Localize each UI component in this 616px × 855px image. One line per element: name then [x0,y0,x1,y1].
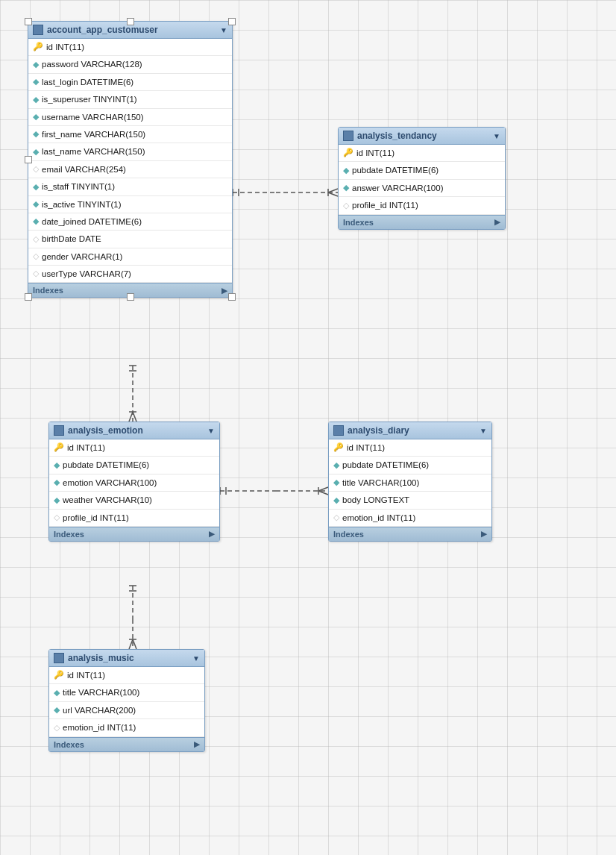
field-usertype: ◇ userType VARCHAR(7) [28,266,232,283]
emotion-dropdown[interactable]: ▼ [207,427,215,435]
diary-dropdown[interactable]: ▼ [480,427,487,435]
field-pubdate: ◆ pubdate DATETIME(6) [329,457,491,474]
handle-tl[interactable] [25,18,32,25]
tendancy-footer[interactable]: Indexes ▶ [339,215,505,229]
field-gender: ◇ gender VARCHAR(1) [28,248,232,266]
key-icon: 🔑 [54,668,64,682]
handle-tm[interactable] [127,18,134,25]
field-text: last_name VARCHAR(150) [42,145,145,158]
footer-arrow: ▶ [494,218,500,226]
footer-arrow: ▶ [209,530,215,538]
svg-line-16 [318,487,328,491]
handle-bm[interactable] [127,293,134,301]
table-icon [54,653,64,663]
footer-arrow: ▶ [221,286,227,295]
handle-br[interactable] [228,293,236,301]
handle-tr[interactable] [228,18,236,25]
field-id: 🔑 id INT(11) [28,39,232,56]
diamond-outline-icon: ◇ [333,511,339,524]
customuser-title: account_app_customuser [47,25,158,35]
diamond-icon: ◆ [54,494,60,507]
handle-bl[interactable] [25,293,32,301]
table-tendancy: analysis_tendancy ▼ 🔑 id INT(11) ◆ pubda… [338,127,506,230]
diamond-outline-icon: ◇ [343,199,349,213]
diary-title: analysis_diary [348,425,409,436]
emotion-footer[interactable]: Indexes ▶ [49,527,219,541]
field-password: ◆ password VARCHAR(128) [28,56,232,73]
diamond-icon: ◆ [343,181,349,195]
customuser-dropdown[interactable]: ▼ [220,26,227,34]
diamond-outline-icon: ◇ [33,163,39,176]
field-text: birthDate DATE [42,232,101,245]
field-first-name: ◆ first_name VARCHAR(150) [28,126,232,143]
field-pubdate: ◆ pubdate DATETIME(6) [49,457,219,474]
diamond-icon: ◆ [33,128,39,141]
diamond-icon: ◆ [333,476,339,489]
field-text: last_login DATETIME(6) [42,75,133,89]
diamond-icon: ◆ [333,494,339,507]
field-emotion: ◆ emotion VARCHAR(100) [49,475,219,492]
diamond-icon: ◆ [33,181,39,194]
diamond-icon: ◆ [33,75,39,89]
key-icon: 🔑 [343,146,353,160]
field-body: ◆ body LONGTEXT [329,492,491,509]
table-music: analysis_music ▼ 🔑 id INT(11) ◆ title VA… [48,649,205,752]
handle-ml[interactable] [25,156,32,163]
diamond-outline-icon: ◇ [54,721,60,735]
svg-line-24 [133,639,136,649]
music-title: analysis_music [68,653,134,663]
diamond-icon: ◆ [343,164,349,178]
diamond-outline-icon: ◇ [33,267,39,281]
field-is-active: ◆ is_active TINYINT(1) [28,196,232,213]
diamond-icon: ◆ [33,215,39,228]
table-customuser: account_app_customuser ▼ 🔑 id INT(11) ◆ … [28,21,233,298]
field-emotion-id: ◇ emotion_id INT(11) [49,719,204,736]
emotion-title: analysis_emotion [68,425,143,436]
emotion-header: analysis_emotion ▼ [49,422,219,439]
field-email: ◇ email VARCHAR(254) [28,161,232,178]
diamond-icon: ◆ [54,704,60,717]
svg-line-10 [133,412,136,422]
field-title: ◆ title VARCHAR(100) [329,475,491,492]
music-header: analysis_music ▼ [49,650,204,667]
music-dropdown[interactable]: ▼ [192,654,200,663]
music-footer[interactable]: Indexes ▶ [49,737,204,751]
field-text: is_superuser TINYINT(1) [42,93,137,106]
diamond-icon: ◆ [33,110,39,124]
field-text: answer VARCHAR(100) [352,181,444,195]
footer-arrow: ▶ [194,740,200,748]
svg-line-17 [318,491,328,495]
diamond-icon: ◆ [54,686,60,700]
tendancy-header: analysis_tendancy ▼ [339,128,505,145]
field-text: emotion VARCHAR(100) [63,476,157,489]
diamond-outline-icon: ◇ [33,250,39,263]
tendancy-title: analysis_tendancy [357,131,437,141]
field-profile-id: ◇ profile_id INT(11) [49,510,219,527]
field-text: profile_id INT(11) [352,198,418,212]
key-icon: 🔑 [33,40,43,54]
diamond-icon: ◆ [333,459,339,472]
field-text: title VARCHAR(100) [342,476,419,489]
field-is-staff: ◆ is_staff TINYINT(1) [28,178,232,195]
field-text: pubdate DATETIME(6) [342,458,429,472]
diary-footer[interactable]: Indexes ▶ [329,527,491,541]
field-answer: ◆ answer VARCHAR(100) [339,180,505,197]
field-title: ◆ title VARCHAR(100) [49,684,204,701]
tendancy-dropdown[interactable]: ▼ [493,132,500,140]
field-profile-id: ◇ profile_id INT(11) [339,197,505,214]
field-text: password VARCHAR(128) [42,57,142,71]
diamond-icon: ◆ [33,58,39,72]
field-text: id INT(11) [356,146,395,160]
field-text: emotion_id INT(11) [63,721,136,734]
field-text: id INT(11) [347,441,385,454]
diamond-icon: ◆ [33,93,39,107]
key-icon: 🔑 [333,441,344,454]
field-text: emotion_id INT(11) [342,511,415,524]
table-icon [333,425,344,436]
footer-label: Indexes [54,530,84,539]
table-icon [54,425,64,436]
field-id: 🔑 id INT(11) [49,439,219,457]
diamond-icon: ◆ [54,459,60,472]
field-text: username VARCHAR(150) [42,110,144,124]
field-birthdate: ◇ birthDate DATE [28,231,232,248]
